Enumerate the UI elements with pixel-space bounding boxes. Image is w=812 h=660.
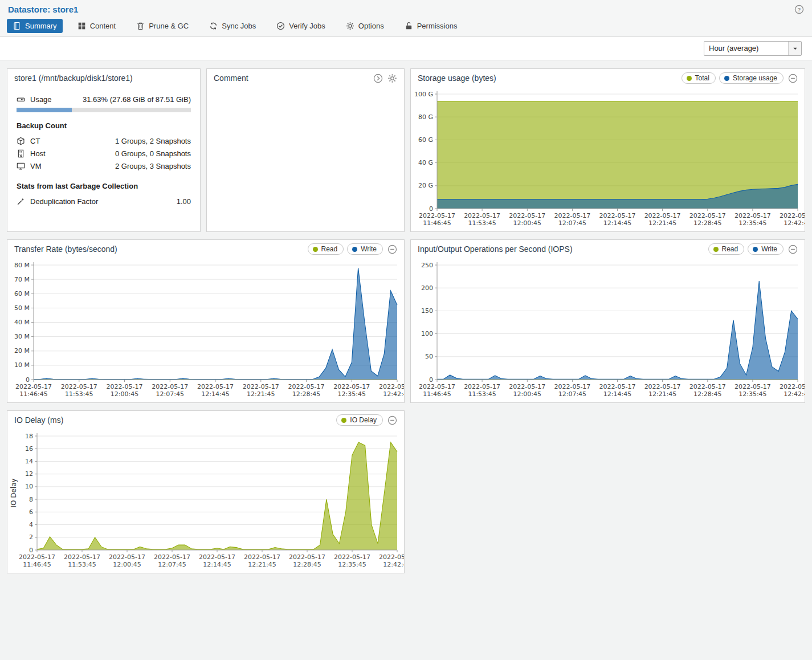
svg-text:12:21:45: 12:21:45 bbox=[648, 219, 676, 227]
cube-icon bbox=[17, 137, 25, 145]
svg-text:12:00:45: 12:00:45 bbox=[513, 390, 541, 398]
svg-text:0: 0 bbox=[429, 205, 433, 213]
row-label: CT bbox=[30, 137, 40, 145]
panel-title: Comment bbox=[214, 74, 248, 83]
legend-item[interactable]: Read bbox=[708, 243, 745, 255]
svg-text:12:42:45: 12:42:45 bbox=[383, 390, 404, 398]
svg-text:2022-05-17: 2022-05-17 bbox=[109, 553, 145, 561]
window-header: Datastore: store1 ? bbox=[0, 0, 812, 17]
trash-icon bbox=[136, 22, 145, 30]
svg-text:2022-05-17: 2022-05-17 bbox=[244, 553, 280, 561]
svg-text:12:07:45: 12:07:45 bbox=[158, 561, 186, 568]
row-label: VM bbox=[30, 162, 42, 170]
io-delay-chart-panel: IO Delay (ms) IO Delay 02468101214161820… bbox=[7, 410, 405, 573]
help-icon[interactable]: ? bbox=[794, 5, 804, 14]
collapse-icon[interactable] bbox=[387, 245, 397, 254]
svg-text:12:21:45: 12:21:45 bbox=[648, 390, 676, 398]
chevron-down-icon bbox=[792, 46, 798, 52]
svg-text:2022-05-17: 2022-05-17 bbox=[154, 553, 190, 561]
legend-item[interactable]: Write bbox=[748, 243, 784, 255]
svg-text:2022-05-17: 2022-05-17 bbox=[644, 383, 681, 390]
dedup-factor-row: Deduplication Factor 1.00 bbox=[17, 195, 191, 208]
legend-item[interactable]: Total bbox=[682, 72, 716, 84]
legend-item[interactable]: Write bbox=[347, 243, 383, 255]
svg-text:2022-05-17: 2022-05-17 bbox=[554, 383, 590, 390]
svg-text:12:00:45: 12:00:45 bbox=[513, 219, 541, 227]
svg-text:20 G: 20 G bbox=[418, 182, 433, 189]
sync-icon bbox=[209, 22, 218, 30]
svg-text:2022-05-17: 2022-05-17 bbox=[107, 383, 143, 390]
svg-text:40 G: 40 G bbox=[418, 159, 433, 166]
svg-text:12:00:45: 12:00:45 bbox=[111, 390, 138, 398]
svg-text:2022-05-17: 2022-05-17 bbox=[334, 553, 370, 561]
svg-text:11:46:45: 11:46:45 bbox=[23, 561, 51, 568]
row-value: 2 Groups, 3 Snapshots bbox=[115, 162, 191, 170]
svg-text:20 M: 20 M bbox=[14, 347, 30, 355]
magic-wand-icon bbox=[17, 197, 25, 206]
svg-text:2022-05-17: 2022-05-17 bbox=[19, 553, 55, 561]
svg-text:12:14:45: 12:14:45 bbox=[603, 390, 631, 398]
svg-text:12:07:45: 12:07:45 bbox=[156, 390, 184, 398]
svg-text:12:00:45: 12:00:45 bbox=[113, 561, 141, 568]
svg-text:2022-05-17: 2022-05-17 bbox=[735, 212, 771, 219]
collapse-icon[interactable] bbox=[788, 245, 798, 254]
svg-text:100: 100 bbox=[421, 330, 433, 337]
usage-row: Usage 31.63% (27.68 GiB of 87.51 GiB) bbox=[17, 93, 191, 108]
expand-icon[interactable] bbox=[373, 74, 383, 83]
backup-count-heading: Backup Count bbox=[17, 121, 191, 130]
tab-label: Verify Jobs bbox=[289, 22, 325, 30]
svg-text:50: 50 bbox=[425, 353, 433, 360]
collapse-icon[interactable] bbox=[788, 74, 798, 83]
tab-verify-jobs[interactable]: Verify Jobs bbox=[271, 19, 331, 33]
iops-chart: 0501001502002502022-05-1711:46:452022-05… bbox=[411, 258, 805, 402]
timeframe-value: Hour (average) bbox=[704, 42, 788, 55]
legend-label: Read bbox=[722, 245, 738, 253]
tab-summary[interactable]: Summary bbox=[7, 19, 63, 33]
svg-text:2022-05-17: 2022-05-17 bbox=[509, 212, 545, 219]
svg-text:11:53:45: 11:53:45 bbox=[65, 390, 93, 398]
tab-options[interactable]: Options bbox=[340, 19, 390, 33]
comment-content bbox=[207, 87, 404, 231]
datastore-summary-body: Usage 31.63% (27.68 GiB of 87.51 GiB) Ba… bbox=[7, 87, 200, 231]
svg-text:12:28:45: 12:28:45 bbox=[292, 390, 320, 398]
svg-text:12:28:45: 12:28:45 bbox=[693, 219, 721, 227]
svg-text:2022-05-17: 2022-05-17 bbox=[419, 383, 455, 390]
chart-title: Transfer Rate (bytes/second) bbox=[14, 245, 117, 254]
empty-space bbox=[410, 410, 805, 573]
svg-text:18: 18 bbox=[25, 433, 33, 440]
row-label: Host bbox=[30, 149, 46, 158]
tab-permissions[interactable]: Permissions bbox=[399, 19, 463, 33]
combo-trigger[interactable] bbox=[788, 42, 801, 55]
svg-text:6: 6 bbox=[29, 508, 33, 516]
svg-text:30 M: 30 M bbox=[14, 333, 30, 340]
legend-item[interactable]: IO Delay bbox=[336, 414, 383, 426]
svg-text:2022-05-17: 2022-05-17 bbox=[61, 383, 97, 390]
svg-text:12: 12 bbox=[25, 470, 33, 478]
legend-dot bbox=[753, 247, 758, 252]
tab-label: Sync Jobs bbox=[222, 22, 256, 30]
svg-text:12:14:45: 12:14:45 bbox=[203, 561, 231, 568]
backup-count-row-host: Host 0 Groups, 0 Snapshots bbox=[17, 148, 191, 160]
legend-item[interactable]: Read bbox=[308, 243, 344, 255]
legend-item[interactable]: Storage usage bbox=[719, 72, 784, 84]
svg-text:2022-05-17: 2022-05-17 bbox=[288, 383, 325, 390]
backup-count-row-vm: VM 2 Groups, 3 Snapshots bbox=[17, 160, 191, 173]
svg-text:12:21:45: 12:21:45 bbox=[247, 390, 275, 398]
collapse-icon[interactable] bbox=[387, 415, 397, 425]
tab-label: Summary bbox=[25, 22, 57, 30]
tab-sync-jobs[interactable]: Sync Jobs bbox=[203, 19, 262, 33]
svg-text:70 M: 70 M bbox=[14, 276, 30, 283]
gear-icon[interactable] bbox=[387, 74, 397, 83]
chart-legend: IO Delay bbox=[336, 414, 383, 426]
svg-text:12:14:45: 12:14:45 bbox=[603, 219, 631, 227]
svg-text:12:42:45: 12:42:45 bbox=[784, 219, 805, 227]
svg-text:8: 8 bbox=[29, 496, 33, 503]
tab-prune-gc[interactable]: Prune & GC bbox=[130, 19, 194, 33]
svg-text:12:42:45: 12:42:45 bbox=[383, 561, 404, 568]
tab-content[interactable]: Content bbox=[72, 19, 122, 33]
timeframe-select[interactable]: Hour (average) bbox=[704, 41, 802, 56]
legend-label: Read bbox=[321, 245, 338, 253]
legend-dot bbox=[313, 247, 318, 252]
chart-title: IO Delay (ms) bbox=[14, 415, 63, 425]
toolbar: Hour (average) bbox=[0, 37, 812, 60]
